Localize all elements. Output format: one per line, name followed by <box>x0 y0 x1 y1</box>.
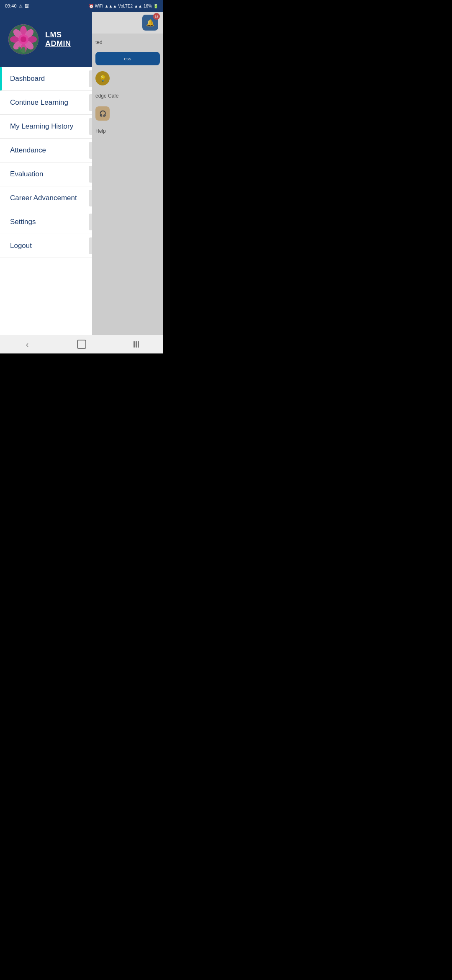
menu-item-my-learning-history[interactable]: My Learning History <box>0 115 92 139</box>
menu-item-dashboard[interactable]: Dashboard <box>0 67 92 91</box>
alert-icon: ⚠ <box>19 4 23 8</box>
status-bar: 09:40 ⚠ 🖼 ⏰ WiFi ▲▲▲ VoLTE2 ▲▲ 16% 🔋 <box>0 0 163 12</box>
lte-label: VoLTE2 <box>118 4 133 8</box>
home-icon <box>77 340 86 349</box>
battery-icon: 🔋 <box>153 4 158 8</box>
continue-learning-label: Continue Learning <box>10 98 68 107</box>
navigation-drawer: LMS ADMIN Dashboard Continue Learning My… <box>0 12 92 335</box>
drawer-shadow-overlay <box>92 12 163 335</box>
career-advancement-label: Career Advancement <box>10 194 77 202</box>
menu-item-evaluation[interactable]: Evaluation <box>0 162 92 186</box>
menu-item-logout[interactable]: Logout <box>0 234 92 258</box>
wifi-icon: WiFi <box>95 4 103 8</box>
signal-icon: ▲▲▲ <box>105 4 117 8</box>
user-name-label[interactable]: LMS ADMIN <box>45 31 84 48</box>
recent-apps-button[interactable] <box>123 335 149 353</box>
signal2-icon: ▲▲ <box>134 4 142 8</box>
drawer-header: LMS ADMIN <box>0 12 92 67</box>
alarm-icon: ⏰ <box>89 4 94 8</box>
menu-item-continue-learning[interactable]: Continue Learning <box>0 91 92 115</box>
battery-percent: 16% <box>144 4 152 8</box>
status-left: 09:40 ⚠ 🖼 <box>5 3 29 8</box>
back-button[interactable]: ‹ <box>15 335 40 353</box>
status-right: ⏰ WiFi ▲▲▲ VoLTE2 ▲▲ 16% 🔋 <box>89 4 158 8</box>
time-display: 09:40 <box>5 3 17 8</box>
dashboard-label: Dashboard <box>10 75 45 83</box>
image-icon: 🖼 <box>25 4 29 8</box>
bottom-nav-bar: ‹ <box>0 335 163 353</box>
settings-label: Settings <box>10 218 36 226</box>
my-learning-history-label: My Learning History <box>10 122 73 131</box>
avatar[interactable] <box>8 24 39 54</box>
svg-point-10 <box>21 36 26 42</box>
home-button[interactable] <box>69 335 94 353</box>
recent-apps-icon <box>134 341 139 348</box>
drawer-menu: Dashboard Continue Learning My Learning … <box>0 67 92 335</box>
logout-label: Logout <box>10 242 32 250</box>
menu-item-attendance[interactable]: Attendance <box>0 139 92 162</box>
evaluation-label: Evaluation <box>10 170 43 178</box>
menu-item-career-advancement[interactable]: Career Advancement <box>0 186 92 210</box>
back-icon: ‹ <box>26 340 29 349</box>
menu-item-settings[interactable]: Settings <box>0 210 92 234</box>
attendance-label: Attendance <box>10 146 46 155</box>
svg-point-11 <box>21 47 26 54</box>
